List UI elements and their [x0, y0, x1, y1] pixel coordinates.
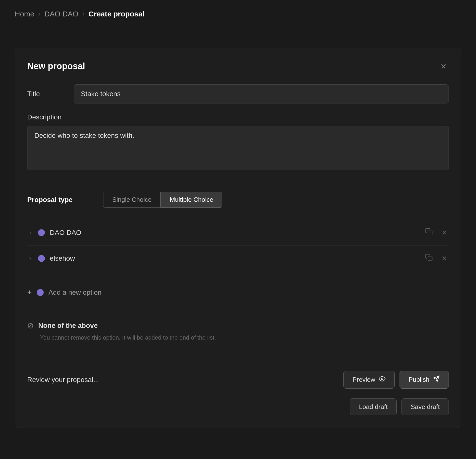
multiple-choice-button[interactable]: Multiple Choice — [161, 192, 222, 208]
proposal-type-section: Proposal type Single Choice Multiple Cho… — [27, 192, 449, 208]
breadcrumb-current: Create proposal — [88, 10, 144, 18]
none-above-section: ⊘ None of the above You cannot remove th… — [27, 314, 449, 348]
single-choice-button[interactable]: Single Choice — [103, 192, 161, 208]
expand-arrow-2[interactable]: › — [27, 254, 33, 263]
publish-button[interactable]: Publish — [400, 371, 449, 389]
proposal-card: New proposal × Title Description Decide … — [15, 48, 461, 428]
option-name-1: DAO DAO — [50, 229, 418, 237]
title-field-row: Title — [27, 84, 449, 103]
remove-option-1-button[interactable]: × — [440, 227, 449, 238]
save-draft-button[interactable]: Save draft — [401, 398, 449, 415]
proposal-type-label: Proposal type — [27, 196, 96, 204]
copy-option-1-button[interactable] — [423, 227, 435, 239]
description-textarea[interactable]: Decide who to stake tokens with. — [27, 126, 449, 170]
ban-icon: ⊘ — [27, 321, 34, 330]
remove-option-2-button[interactable]: × — [440, 253, 449, 264]
preview-button[interactable]: Preview — [343, 371, 394, 389]
svg-point-2 — [381, 378, 383, 380]
publish-label: Publish — [409, 376, 429, 383]
card-header: New proposal × — [27, 60, 449, 72]
none-above-title: None of the above — [38, 322, 98, 330]
copy-option-2-button[interactable] — [423, 253, 435, 264]
svg-rect-0 — [428, 231, 432, 235]
none-above-title-row: ⊘ None of the above — [27, 321, 449, 330]
options-section: › DAO DAO × › elsehow — [27, 220, 449, 271]
option-dot-2 — [38, 255, 45, 262]
breadcrumb-separator-2: › — [82, 10, 85, 18]
title-input[interactable] — [74, 84, 449, 103]
send-icon — [433, 375, 440, 384]
description-label: Description — [27, 113, 449, 121]
draft-row: Load draft Save draft — [27, 398, 449, 415]
option-row-2: › elsehow × — [27, 246, 449, 271]
form-divider — [27, 182, 449, 182]
action-buttons: Preview Publish — [343, 371, 449, 389]
breadcrumb-separator-1: › — [38, 10, 40, 18]
breadcrumb: Home › DAO DAO › Create proposal — [15, 10, 461, 18]
breadcrumb-dao[interactable]: DAO DAO — [44, 10, 78, 18]
option-row-1: › DAO DAO × — [27, 220, 449, 246]
expand-arrow-1[interactable]: › — [27, 228, 33, 237]
header-divider — [15, 33, 461, 33]
card-title: New proposal — [27, 61, 85, 71]
close-button[interactable]: × — [438, 60, 449, 72]
option-actions-2: × — [423, 253, 449, 264]
add-plus-icon: + — [27, 288, 32, 297]
option-actions-1: × — [423, 227, 449, 239]
breadcrumb-home[interactable]: Home — [15, 10, 34, 18]
preview-label: Preview — [352, 376, 375, 383]
add-option-label: Add a new option — [49, 289, 101, 296]
footer-section: Review your proposal... Preview Publish — [27, 361, 449, 415]
load-draft-button[interactable]: Load draft — [350, 398, 397, 415]
proposal-type-row: Proposal type Single Choice Multiple Cho… — [27, 192, 449, 208]
option-name-2: elsehow — [50, 255, 418, 262]
title-label: Title — [27, 90, 66, 98]
description-section: Description Decide who to stake tokens w… — [27, 113, 449, 172]
review-row: Review your proposal... Preview Publish — [27, 371, 449, 389]
svg-rect-1 — [428, 256, 432, 261]
add-dot-icon — [37, 289, 44, 296]
add-option-row[interactable]: + Add a new option — [27, 281, 449, 304]
review-label: Review your proposal... — [27, 376, 99, 384]
none-above-description: You cannot remove this option. It will b… — [40, 334, 449, 341]
eye-icon — [379, 375, 386, 384]
option-dot-1 — [38, 229, 45, 236]
type-toggle: Single Choice Multiple Choice — [103, 192, 222, 208]
